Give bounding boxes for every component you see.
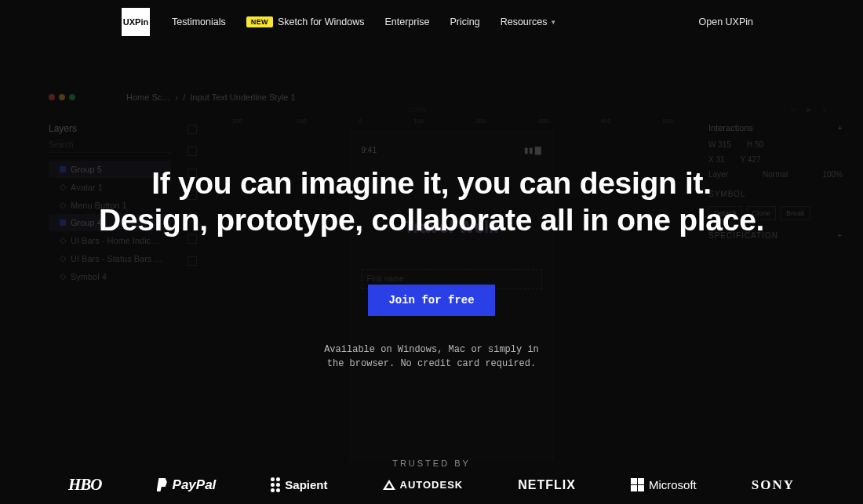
nav-enterprise[interactable]: Enterprise: [384, 16, 429, 27]
trusted-by-label: TRUSTED BY: [0, 459, 863, 468]
chevron-down-icon: ▾: [552, 18, 555, 26]
logo-hbo: HBO: [68, 475, 102, 495]
logo-netflix: NETFLIX: [518, 478, 576, 492]
nav-links: Testimonials NEW Sketch for Windows Ente…: [172, 16, 555, 27]
nav-resources-label: Resources: [501, 16, 548, 27]
nav-pricing[interactable]: Pricing: [450, 16, 479, 27]
open-app-link[interactable]: Open UXPin: [699, 16, 753, 27]
microsoft-icon: [631, 478, 644, 491]
top-nav: UXPin Testimonials NEW Sketch for Window…: [0, 0, 863, 44]
logo-sapient: Sapient: [271, 477, 327, 492]
hero: If you can imagine it, you can design it…: [0, 44, 863, 468]
logo-microsoft: Microsoft: [631, 478, 697, 491]
nav-sketch-label: Sketch for Windows: [278, 16, 364, 27]
nav-testimonials[interactable]: Testimonials: [172, 16, 226, 27]
hero-subtext: Available on Windows, Mac or simply in t…: [0, 343, 863, 371]
paypal-icon: [157, 478, 168, 491]
logo-sony: SONY: [752, 477, 795, 493]
join-free-button[interactable]: Join for free: [368, 285, 494, 316]
nav-resources[interactable]: Resources ▾: [501, 16, 556, 27]
logo-autodesk: AUTODESK: [383, 479, 464, 491]
nav-sketch-windows[interactable]: NEW Sketch for Windows: [246, 16, 365, 27]
sapient-icon: [271, 477, 280, 492]
logo[interactable]: UXPin: [122, 8, 150, 36]
logo-paypal: PayPal: [157, 477, 217, 493]
new-badge: NEW: [246, 16, 273, 27]
autodesk-icon: [383, 480, 395, 490]
hero-headline: If you can imagine it, you can design it…: [0, 165, 863, 239]
brand-logos: HBO PayPal Sapient AUTODESK NETFLIX Micr…: [0, 475, 863, 495]
